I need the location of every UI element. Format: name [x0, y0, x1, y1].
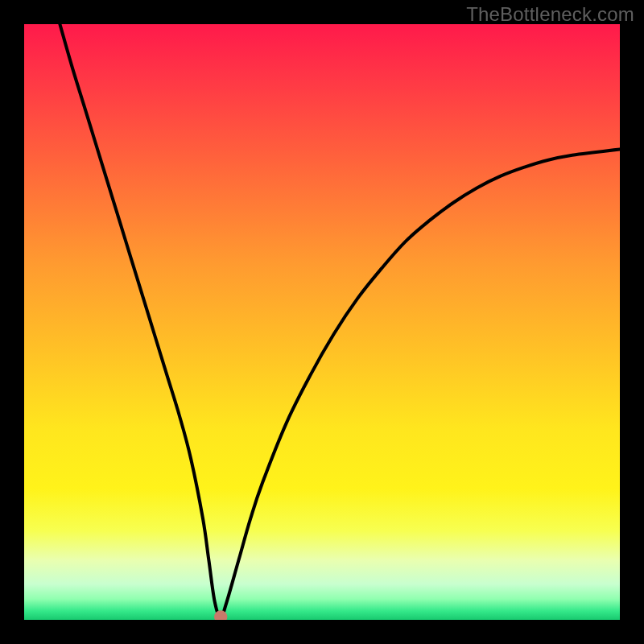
plot-area — [24, 24, 620, 620]
watermark-text: TheBottleneck.com — [466, 3, 634, 26]
curve-layer — [24, 24, 620, 620]
bottleneck-curve — [60, 24, 620, 617]
chart-frame: TheBottleneck.com — [0, 0, 644, 644]
